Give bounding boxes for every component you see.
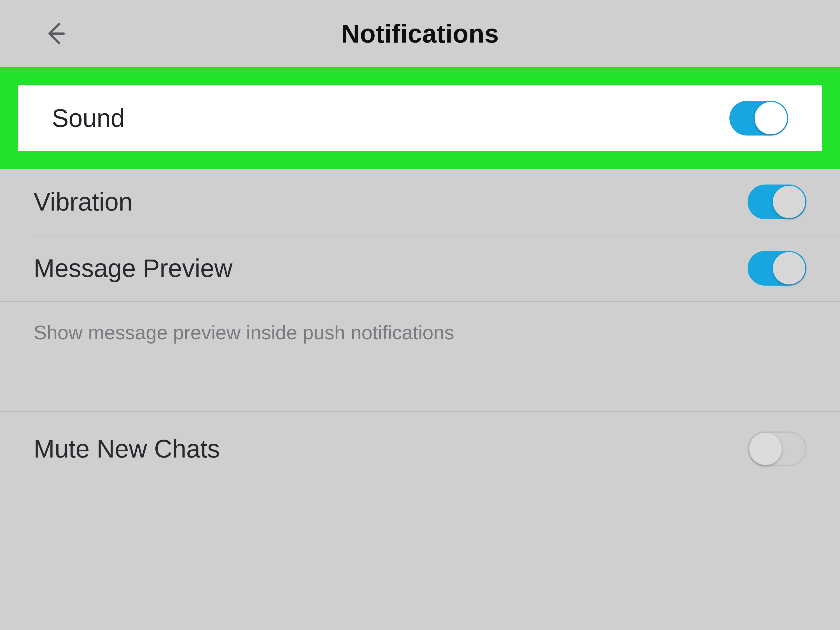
toggle-vibration[interactable] bbox=[748, 185, 807, 219]
page-title: Notifications bbox=[341, 19, 499, 49]
row-message-preview-label: Message Preview bbox=[33, 254, 232, 283]
helper-text-message-preview: Show message preview inside push notific… bbox=[0, 302, 840, 349]
row-sound[interactable]: Sound bbox=[18, 85, 822, 151]
row-message-preview[interactable]: Message Preview bbox=[0, 235, 840, 301]
row-vibration[interactable]: Vibration bbox=[0, 169, 840, 235]
row-vibration-label: Vibration bbox=[33, 188, 133, 216]
toggle-knob-icon bbox=[749, 433, 782, 465]
toggle-message-preview[interactable] bbox=[748, 251, 807, 286]
back-arrow-icon[interactable] bbox=[42, 21, 67, 46]
row-sound-label: Sound bbox=[52, 104, 125, 133]
toggle-knob-icon bbox=[773, 186, 805, 218]
row-mute-new-chats[interactable]: Mute New Chats bbox=[0, 412, 840, 486]
section-gap bbox=[0, 349, 840, 411]
toggle-knob-icon bbox=[773, 252, 805, 284]
toggle-sound[interactable] bbox=[729, 101, 788, 136]
row-mute-new-chats-label: Mute New Chats bbox=[33, 434, 220, 463]
toggle-mute-new-chats[interactable] bbox=[748, 431, 807, 466]
toggle-knob-icon bbox=[755, 102, 787, 134]
header: Notifications bbox=[0, 0, 840, 67]
tutorial-highlight: Sound bbox=[0, 67, 840, 169]
